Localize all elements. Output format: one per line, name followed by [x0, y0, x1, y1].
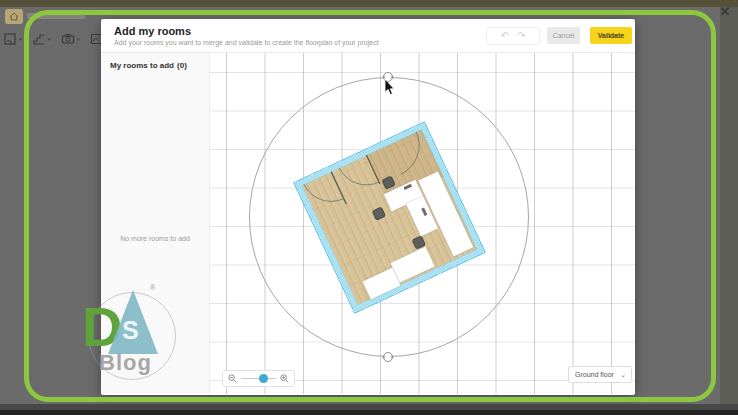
home-icon [5, 9, 23, 24]
modal-header: Add my rooms Add your rooms you want to … [101, 19, 635, 53]
history-controls: ↶ ↷ [486, 27, 540, 45]
zoom-in-icon[interactable] [280, 374, 289, 383]
bg-toolbar: ▾ ▾ ▾ ▾ [0, 30, 116, 48]
camera-icon: ▾ [58, 30, 87, 48]
mouse-cursor [384, 79, 396, 100]
rooms-sidebar: My rooms to add(0) No more rooms to add [101, 53, 210, 394]
floor-selector[interactable]: Ground floor ⌄ [568, 366, 632, 383]
zoom-slider-track[interactable] [241, 378, 276, 379]
redo-icon[interactable]: ↷ [517, 31, 525, 41]
stairs-tool-icon: ▾ [29, 30, 58, 48]
chevron-down-icon: ⌄ [620, 371, 631, 379]
room-tool-icon: ▾ [0, 30, 29, 48]
cancel-button[interactable]: Cancel [547, 27, 580, 44]
close-icon[interactable]: ✕ [717, 4, 733, 20]
undo-icon[interactable]: ↶ [501, 31, 509, 41]
add-rooms-modal: Add my rooms Add your rooms you want to … [101, 19, 635, 395]
window-right-shade [720, 7, 738, 404]
rotate-handle-bottom[interactable] [380, 349, 396, 365]
floor-selector-value: Ground floor [569, 371, 614, 378]
zoom-out-icon[interactable] [228, 374, 237, 383]
sidebar-heading-label: My rooms to add [110, 61, 174, 70]
window-top-strip [0, 0, 738, 7]
zoom-control [222, 370, 295, 387]
validate-button[interactable]: Validate [590, 27, 632, 44]
sidebar-room-count: (0) [177, 61, 187, 70]
zoom-slider-thumb[interactable] [259, 374, 268, 383]
sidebar-heading: My rooms to add(0) [110, 61, 200, 70]
bg-app-title [27, 13, 85, 19]
modal-body: My rooms to add(0) No more rooms to add [101, 53, 635, 394]
sidebar-empty-message: No more rooms to add [110, 235, 200, 242]
floorplan-canvas[interactable]: Ground floor ⌄ [210, 53, 635, 394]
window-bottom-edge [0, 410, 738, 415]
